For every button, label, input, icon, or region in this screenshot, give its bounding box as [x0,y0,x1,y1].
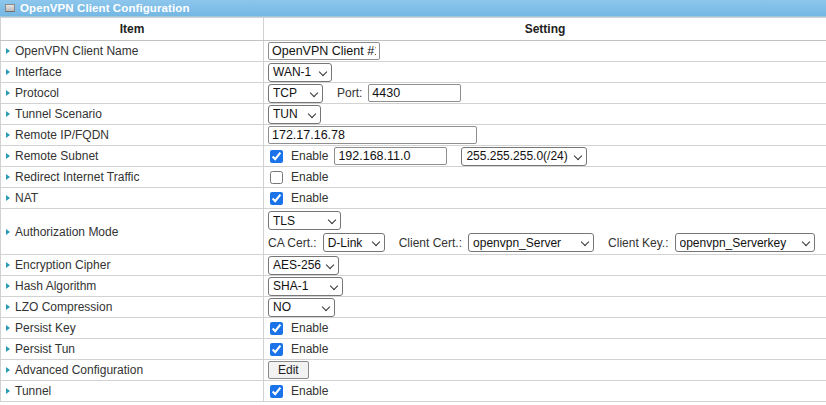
row-persist-tun: Persist Tun Enable [1,339,826,360]
row-bullet-icon [6,48,10,54]
hash-algorithm-select[interactable]: SHA-1 [268,277,343,296]
remote-subnet-mask-select[interactable]: 255.255.255.0(/24) [461,147,587,166]
enable-label: Enable [291,191,328,205]
enable-label: Enable [291,384,328,398]
row-bullet-icon [6,153,10,159]
row-tunnel: Tunnel Enable [1,381,826,402]
row-authorization-mode: Authorization Mode TLS CA Cert.: D-Link … [1,209,826,255]
row-encryption-cipher: Encryption Cipher AES-256 [1,255,826,276]
encryption-cipher-select[interactable]: AES-256 [268,256,339,275]
row-label: Tunnel [15,384,51,398]
column-header-item: Item [1,18,264,41]
row-bullet-icon [6,132,10,138]
row-remote-ip: Remote IP/FQDN [1,125,826,146]
tunnel-scenario-select[interactable]: TUN [268,105,321,124]
row-lzo-compression: LZO Compression NO [1,297,826,318]
section-title: OpenVPN Client Configuration [20,2,190,14]
row-bullet-icon [6,90,10,96]
row-label: Persist Tun [15,342,75,356]
interface-select[interactable]: WAN-1 [268,63,332,82]
client-key-label: Client Key.: [608,236,668,250]
row-label: Interface [15,65,62,79]
row-openvpn-client-name: OpenVPN Client Name [1,41,826,62]
remote-subnet-ip-input[interactable] [334,147,447,165]
row-nat: NAT Enable [1,188,826,209]
enable-label: Enable [291,321,328,335]
row-label: OpenVPN Client Name [15,44,138,58]
openvpn-client-config-page: OpenVPN Client Configuration Item Settin… [0,0,826,405]
row-bullet-icon [6,174,10,180]
lzo-compression-select[interactable]: NO [268,298,335,317]
column-header-setting: Setting [264,18,826,41]
row-bullet-icon [6,367,10,373]
row-label: Advanced Configuration [15,363,143,377]
row-label: LZO Compression [15,300,112,314]
row-persist-key: Persist Key Enable [1,318,826,339]
nat-enable-checkbox[interactable] [270,192,283,205]
config-table: Item Setting OpenVPN Client Name Interfa… [0,17,826,402]
row-bullet-icon [6,195,10,201]
row-redirect-internet-traffic: Redirect Internet Traffic Enable [1,167,826,188]
client-name-input[interactable] [268,42,380,60]
port-input[interactable] [368,84,461,102]
ca-cert-label: CA Cert.: [268,236,317,250]
row-label: Tunnel Scenario [15,107,102,121]
row-label: Authorization Mode [15,225,118,239]
enable-label: Enable [291,149,328,163]
row-label: Redirect Internet Traffic [15,170,140,184]
advanced-edit-button[interactable]: Edit [268,361,309,379]
client-key-select[interactable]: openvpn_Serverkey [675,233,815,252]
redirect-traffic-enable-checkbox[interactable] [270,171,283,184]
row-label: Persist Key [15,321,76,335]
row-bullet-icon [6,325,10,331]
row-bullet-icon [6,283,10,289]
row-label: NAT [15,191,38,205]
row-bullet-icon [6,229,10,235]
client-cert-select[interactable]: openvpn_Server [468,233,594,252]
row-advanced-configuration: Advanced Configuration Edit [1,360,826,381]
ca-cert-select[interactable]: D-Link [323,233,385,252]
row-bullet-icon [6,346,10,352]
port-label: Port: [337,86,362,100]
row-bullet-icon [6,111,10,117]
persist-key-checkbox[interactable] [270,322,283,335]
row-label: Remote IP/FQDN [15,128,109,142]
row-bullet-icon [6,304,10,310]
section-header: OpenVPN Client Configuration [0,0,826,17]
enable-label: Enable [291,342,328,356]
remote-ip-input[interactable] [268,126,477,144]
tunnel-enable-checkbox[interactable] [270,385,283,398]
table-header-row: Item Setting [1,18,826,41]
client-cert-label: Client Cert.: [399,236,462,250]
row-interface: Interface WAN-1 [1,62,826,83]
collapse-section-icon[interactable] [5,4,15,12]
row-bullet-icon [6,262,10,268]
enable-label: Enable [291,170,328,184]
row-label: Remote Subnet [15,149,98,163]
row-label: Protocol [15,86,59,100]
persist-tun-checkbox[interactable] [270,343,283,356]
row-protocol: Protocol TCP Port: [1,83,826,104]
row-bullet-icon [6,388,10,394]
authorization-mode-select[interactable]: TLS [268,211,341,230]
protocol-select[interactable]: TCP [268,84,323,103]
row-label: Hash Algorithm [15,279,96,293]
row-label: Encryption Cipher [15,258,110,272]
row-remote-subnet: Remote Subnet Enable 255.255.255.0(/24) [1,146,826,167]
row-tunnel-scenario: Tunnel Scenario TUN [1,104,826,125]
row-hash-algorithm: Hash Algorithm SHA-1 [1,276,826,297]
remote-subnet-enable-checkbox[interactable] [270,150,283,163]
row-bullet-icon [6,69,10,75]
